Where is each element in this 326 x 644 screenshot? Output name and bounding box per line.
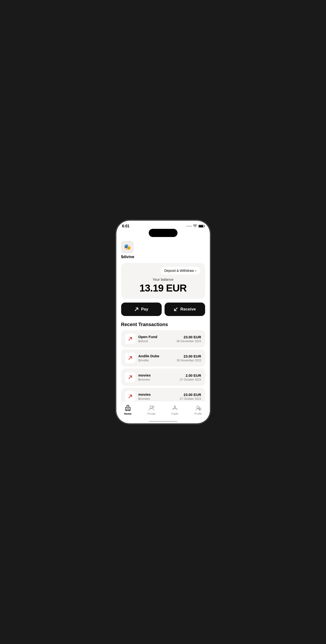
transaction-amount: 23.00 EUR (177, 335, 201, 339)
public-icon (172, 404, 178, 411)
avatar: 🎭 (121, 241, 134, 253)
transaction-amount-info: 23.00 EUR 06 December 2023 (177, 335, 201, 343)
transaction-amount: 2.00 EUR (180, 374, 201, 378)
transaction-handle: $movies (138, 397, 177, 400)
transaction-handle: $ofund (138, 339, 174, 343)
sidebar-item-profile[interactable]: Profile (191, 404, 205, 416)
transaction-amount: 23.00 EUR (180, 392, 201, 397)
private-icon (148, 404, 155, 411)
home-indicator (149, 421, 178, 422)
transaction-details: movies $movies (138, 373, 177, 381)
table-row[interactable]: movies $movies 23.00 EUR 27 October 2023 (121, 388, 205, 401)
transaction-name: Open Fund (138, 335, 174, 339)
transaction-details: Andile Dube $Andile (138, 354, 174, 362)
transaction-icon (125, 353, 136, 363)
receive-button[interactable]: Receive (165, 302, 205, 316)
table-row[interactable]: movies $movies 2.00 EUR 27 October 2023 (121, 368, 205, 386)
status-bar: 6:01 (116, 221, 210, 230)
home-nav-label: Home (124, 412, 132, 415)
transaction-icon (125, 334, 136, 344)
sidebar-item-private[interactable]: Private (144, 404, 158, 416)
dynamic-island (149, 229, 178, 237)
transaction-amount-info: 23.00 EUR 27 October 2023 (180, 392, 201, 400)
private-nav-label: Private (147, 412, 155, 415)
avatar-emoji: 🎭 (124, 244, 131, 250)
transaction-details: movies $movies (138, 392, 177, 400)
phone-frame: 6:01 (116, 221, 210, 423)
scroll-content: 🎭 $divine Deposit & Withdraw › Your bala… (116, 237, 210, 401)
transactions-section-title: Recent Transactions (121, 322, 205, 327)
transaction-date: 06 December 2023 (177, 340, 201, 343)
profile-header: 🎭 $divine (121, 241, 205, 259)
transaction-name: movies (138, 373, 177, 377)
wifi-icon (193, 224, 197, 228)
profile-icon (195, 404, 202, 411)
transaction-handle: $movies (138, 378, 177, 381)
status-icons (186, 224, 204, 228)
username: $divine (121, 255, 134, 259)
sidebar-item-home[interactable]: Home (121, 404, 135, 416)
public-nav-label: Public (171, 412, 178, 415)
table-row[interactable]: Open Fund $ofund 23.00 EUR 06 December 2… (121, 330, 205, 348)
svg-rect-1 (127, 405, 129, 407)
balance-amount: 13.19 EUR (126, 282, 200, 294)
balance-card: Deposit & Withdraw › Your balance 13.19 … (121, 263, 205, 299)
transaction-name: movies (138, 392, 177, 396)
transaction-handle: $Andile (138, 358, 174, 362)
chevron-right-icon: › (195, 269, 196, 272)
table-row[interactable]: Andile Dube $Andile 23.00 EUR 28 Novembe… (121, 349, 205, 367)
pay-arrow-icon (134, 307, 139, 312)
home-icon (124, 404, 131, 411)
outgoing-arrow-icon (128, 394, 133, 399)
transaction-amount-info: 2.00 EUR 27 October 2023 (180, 374, 201, 381)
profile-nav-label: Profile (194, 412, 202, 415)
sidebar-item-public[interactable]: Public (168, 404, 181, 416)
transaction-date: 27 October 2023 (180, 378, 201, 381)
phone-screen: 6:01 (116, 221, 210, 423)
deposit-withdraw-label: Deposit & Withdraw (164, 269, 194, 272)
svg-point-4 (174, 406, 176, 407)
bottom-nav: Home Private (116, 401, 210, 421)
outgoing-arrow-icon (128, 356, 133, 360)
status-time: 6:01 (122, 224, 130, 228)
transaction-icon (125, 391, 136, 401)
pay-label: Pay (141, 307, 148, 312)
svg-point-5 (197, 406, 199, 408)
transaction-date: 27 October 2023 (180, 397, 201, 400)
battery-icon (198, 225, 204, 228)
deposit-withdraw-button[interactable]: Deposit & Withdraw › (160, 267, 200, 274)
transaction-amount: 23.00 EUR (177, 354, 201, 358)
balance-label: Your balance (126, 277, 200, 282)
transaction-icon (125, 372, 136, 382)
pay-button[interactable]: Pay (121, 302, 162, 316)
signal-dots-icon (186, 226, 192, 227)
outgoing-arrow-icon (128, 336, 133, 341)
transaction-name: Andile Dube (138, 354, 174, 358)
receive-label: Receive (180, 307, 196, 312)
receive-arrow-icon (174, 307, 178, 312)
outgoing-arrow-icon (128, 375, 133, 380)
transaction-details: Open Fund $ofund (138, 335, 174, 343)
action-buttons: Pay Receive (121, 302, 205, 316)
transactions-list: Open Fund $ofund 23.00 EUR 06 December 2… (121, 330, 205, 401)
transaction-date: 28 November 2023 (177, 359, 201, 362)
transaction-amount-info: 23.00 EUR 28 November 2023 (177, 354, 201, 362)
